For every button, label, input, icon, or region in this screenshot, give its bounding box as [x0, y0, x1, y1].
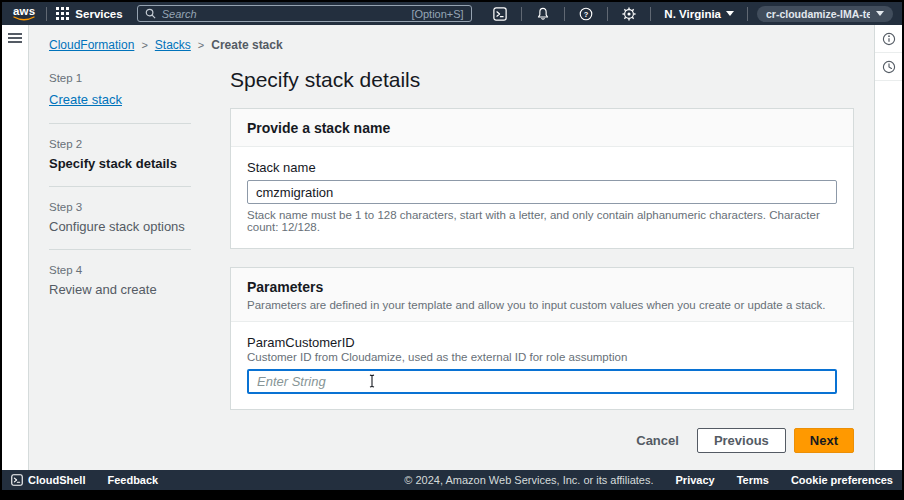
region-label: N. Virginia: [664, 8, 721, 20]
param-customer-id-label: ParamCustomerID: [247, 335, 837, 350]
main-column: Specify stack details Provide a stack na…: [230, 52, 854, 453]
stack-name-helper-text: Stack name must be 1 to 128 characters, …: [247, 209, 837, 233]
info-panel-button[interactable]: [875, 25, 902, 53]
page-title: Specify stack details: [230, 68, 854, 92]
footer-feedback-button[interactable]: Feedback: [107, 474, 158, 486]
step-1-number: Step 1: [49, 72, 209, 84]
svg-text:?: ?: [584, 9, 589, 18]
cloudshell-button[interactable]: [488, 7, 512, 21]
left-rail: [2, 25, 29, 470]
step-3-label: Configure stack options: [49, 219, 209, 234]
gear-icon: [622, 7, 636, 21]
param-customer-id-description: Customer ID from Cloudamize, used as the…: [247, 351, 837, 363]
help-button[interactable]: ?: [574, 7, 598, 21]
step-4: Step 4 Review and create: [49, 264, 209, 297]
caret-down-icon: [876, 11, 884, 16]
account-menu-button[interactable]: cr-cloudamize-IMA-test-migrat...: [757, 6, 893, 22]
search-placeholder: Search: [162, 8, 197, 20]
search-input[interactable]: Search [Option+S]: [137, 5, 472, 22]
divider: [747, 7, 748, 21]
top-nav-right-group: ? N. Virginia cr-cloudamize-IMA-test-mig…: [488, 6, 893, 22]
divider: [46, 7, 47, 21]
aws-logo[interactable]: aws: [13, 6, 35, 21]
settings-button[interactable]: [617, 7, 641, 21]
parameters-panel-header: Parameters Parameters are defined in you…: [231, 268, 853, 322]
history-panel-button[interactable]: [875, 53, 902, 81]
stack-name-label: Stack name: [247, 160, 837, 175]
content-area: CloudFormation > Stacks > Create stack S…: [29, 25, 874, 470]
aws-logo-text: aws: [13, 6, 35, 16]
parameters-panel: Parameters Parameters are defined in you…: [230, 267, 854, 410]
services-menu-button[interactable]: Services: [56, 7, 122, 20]
breadcrumb-current: Create stack: [211, 38, 282, 52]
breadcrumb-separator: >: [141, 39, 147, 51]
wizard-actions: Cancel Previous Next: [230, 428, 854, 453]
parameters-panel-description: Parameters are defined in your template …: [247, 299, 837, 311]
stack-name-panel-header: Provide a stack name: [231, 109, 853, 147]
divider: [650, 7, 651, 21]
divider: [521, 7, 522, 21]
clock-icon: [882, 60, 896, 74]
divider: [49, 123, 191, 124]
region-selector[interactable]: N. Virginia: [664, 8, 734, 20]
footer-cloudshell-label: CloudShell: [28, 474, 85, 486]
info-circle-icon: [882, 32, 896, 46]
footer-cookie-preferences-link[interactable]: Cookie preferences: [791, 474, 893, 486]
divider: [49, 249, 191, 250]
step-1-link[interactable]: Create stack: [49, 92, 122, 107]
search-shortcut: [Option+S]: [411, 8, 463, 20]
search-icon: [145, 8, 156, 19]
caret-down-icon: [726, 11, 734, 16]
footer-copyright: © 2024, Amazon Web Services, Inc. or its…: [404, 474, 653, 486]
footer-cloudshell-button[interactable]: CloudShell: [11, 474, 85, 486]
step-4-number: Step 4: [49, 264, 209, 276]
right-tools-rail: [874, 25, 902, 470]
aws-smile-icon: [13, 16, 35, 21]
step-2-label-active: Specify stack details: [49, 156, 209, 171]
divider: [607, 7, 608, 21]
divider: [564, 7, 565, 21]
cloudshell-terminal-icon: [493, 7, 507, 21]
step-3-number: Step 3: [49, 201, 209, 213]
cancel-button[interactable]: Cancel: [636, 433, 679, 448]
services-label: Services: [75, 8, 122, 20]
parameters-panel-title: Parameters: [247, 279, 837, 295]
previous-button[interactable]: Previous: [697, 428, 786, 453]
step-1: Step 1 Create stack: [49, 72, 209, 108]
stack-name-input[interactable]: [247, 180, 837, 204]
param-customer-id-input[interactable]: [247, 369, 837, 394]
wizard-step-nav: Step 1 Create stack Step 2 Specify stack…: [49, 52, 209, 453]
footer-privacy-link[interactable]: Privacy: [676, 474, 715, 486]
bell-icon: [536, 7, 550, 21]
stack-name-panel: Provide a stack name Stack name Stack na…: [230, 108, 854, 249]
content-columns: Step 1 Create stack Step 2 Specify stack…: [49, 52, 854, 453]
aws-console-window: aws Services Search [Option+S] ?: [2, 2, 902, 490]
breadcrumb-separator: >: [198, 39, 204, 51]
breadcrumb-cloudformation[interactable]: CloudFormation: [49, 38, 134, 52]
breadcrumb-stacks[interactable]: Stacks: [155, 38, 191, 52]
top-navigation-bar: aws Services Search [Option+S] ?: [2, 2, 902, 25]
divider: [49, 186, 191, 187]
param-customer-id-input-wrap: [247, 369, 837, 394]
screen: aws Services Search [Option+S] ?: [0, 0, 904, 500]
parameters-panel-body: ParamCustomerID Customer ID from Cloudam…: [231, 322, 853, 409]
step-2: Step 2 Specify stack details: [49, 138, 209, 171]
step-2-number: Step 2: [49, 138, 209, 150]
question-circle-icon: ?: [579, 7, 593, 21]
stack-name-panel-title: Provide a stack name: [247, 120, 837, 136]
breadcrumb: CloudFormation > Stacks > Create stack: [49, 25, 854, 52]
account-label: cr-cloudamize-IMA-test-migrat...: [766, 8, 870, 20]
footer-right-group: © 2024, Amazon Web Services, Inc. or its…: [404, 474, 893, 486]
stack-name-panel-body: Stack name Stack name must be 1 to 128 c…: [231, 147, 853, 248]
footer-terms-link[interactable]: Terms: [737, 474, 769, 486]
main-row: CloudFormation > Stacks > Create stack S…: [2, 25, 902, 470]
cloudshell-terminal-icon: [11, 474, 23, 486]
footer-bar: CloudShell Feedback © 2024, Amazon Web S…: [2, 470, 902, 490]
menu-toggle-button[interactable]: [8, 33, 22, 43]
step-3: Step 3 Configure stack options: [49, 201, 209, 234]
step-4-label: Review and create: [49, 282, 209, 297]
notifications-button[interactable]: [531, 7, 555, 21]
app-grid-icon: [56, 7, 69, 20]
next-button[interactable]: Next: [794, 428, 854, 453]
